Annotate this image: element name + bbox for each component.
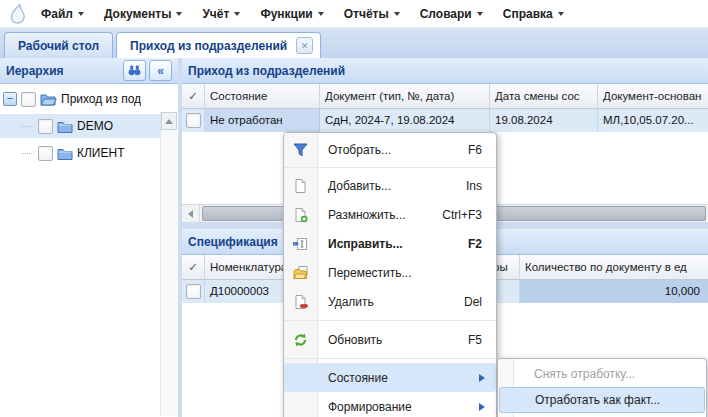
menubar-item-reports[interactable]: Отчёты <box>334 7 410 21</box>
column-header-state[interactable]: Состояние <box>205 84 320 109</box>
delete-page-icon <box>293 294 308 309</box>
column-header-state-change-date[interactable]: Дата смены сос <box>490 84 598 109</box>
hierarchy-tree: − Приход из под DEMO <box>0 84 178 417</box>
close-icon[interactable]: ✕ <box>296 37 313 54</box>
add-page-icon <box>293 178 308 193</box>
column-header-document[interactable]: Документ (тип, №, дата) <box>320 84 490 109</box>
arrow-left-icon <box>184 210 193 218</box>
tab-bar: Рабочий стол Приход из подразделений ✕ <box>0 28 708 59</box>
cell-state[interactable]: Не отработан <box>205 109 320 132</box>
grid1-title: Приход из подразделений <box>188 64 345 78</box>
column-header-check[interactable]: ✓ <box>182 255 205 280</box>
hierarchy-panel-header: Иерархия « <box>0 58 178 84</box>
menubar-item-label: Документы <box>104 7 171 21</box>
menubar-item-file[interactable]: Файл <box>31 7 94 21</box>
filter-icon <box>293 142 308 157</box>
submenu-item-remove-processing: Снять отработку... <box>498 361 706 387</box>
cell-document[interactable]: СдН, 2024-7, 19.08.2024 <box>320 109 490 132</box>
grid1-panel-header: Приход из подразделений <box>182 58 708 84</box>
menu-separator <box>284 358 496 359</box>
column-header-base-document[interactable]: Документ-основан <box>598 84 708 109</box>
app-logo-icon <box>5 3 31 25</box>
state-submenu: Снять отработку... Отработать как факт..… <box>497 358 707 417</box>
find-button[interactable] <box>123 60 146 81</box>
menu-item-delete[interactable]: Удалить Del <box>284 287 496 316</box>
tree-node-label: DEMO <box>77 119 113 133</box>
menu-item-edit[interactable]: Исправить... F2 <box>284 229 496 258</box>
menu-item-duplicate[interactable]: Размножить... Ctrl+F3 <box>284 200 496 229</box>
menubar-item-label: Учёт <box>202 7 229 21</box>
menubar: Файл Документы Учёт Функции Отчёты Слова… <box>0 0 708 28</box>
row-checkbox[interactable] <box>186 284 201 299</box>
tree-node-label: КЛИЕНТ <box>77 146 125 160</box>
grid1-column-headers: ✓ Состояние Документ (тип, №, дата) Дата… <box>182 84 708 109</box>
chevron-down-icon <box>477 12 483 19</box>
submenu-arrow-icon <box>479 374 489 382</box>
move-folder-icon <box>293 265 308 280</box>
column-header-check[interactable]: ✓ <box>182 84 205 109</box>
collapse-panel-button[interactable]: « <box>149 60 172 81</box>
chevron-down-icon <box>78 12 84 19</box>
chevron-down-icon <box>394 12 400 19</box>
menubar-item-label: Функции <box>260 7 312 21</box>
duplicate-page-icon <box>293 207 308 222</box>
application-window: Файл Документы Учёт Функции Отчёты Слова… <box>0 0 708 417</box>
cell-date[interactable]: 19.08.2024 <box>490 109 598 132</box>
menu-item-move[interactable]: Переместить... <box>284 258 496 287</box>
menu-separator <box>284 167 496 168</box>
menu-item-filter[interactable]: Отобрать... F6 <box>284 135 496 164</box>
tree-vertical-scrollbar[interactable] <box>160 112 177 416</box>
tab-label: Рабочий стол <box>18 39 99 53</box>
table-row[interactable]: Не отработан СдН, 2024-7, 19.08.2024 19.… <box>182 109 708 132</box>
scroll-left-button[interactable] <box>182 205 200 222</box>
submenu-arrow-icon <box>479 403 489 411</box>
tree-node-checkbox[interactable] <box>38 119 53 134</box>
tab-label: Приход из подразделений <box>130 39 287 53</box>
menu-item-state[interactable]: Состояние <box>284 363 496 392</box>
cell-quantity[interactable]: 10,000 <box>520 280 708 303</box>
tree-node-checkbox[interactable] <box>38 146 53 161</box>
menubar-item-documents[interactable]: Документы <box>94 7 192 21</box>
menubar-item-label: Словари <box>420 7 472 21</box>
open-folder-icon <box>40 92 57 106</box>
tree-node-demo[interactable]: DEMO <box>0 114 160 138</box>
submenu-item-process-as-fact[interactable]: Отработать как факт... <box>499 387 705 413</box>
row-checkbox[interactable] <box>186 113 201 128</box>
refresh-icon <box>293 332 308 347</box>
menubar-item-dictionaries[interactable]: Словари <box>410 7 493 21</box>
menu-item-formation[interactable]: Формирование <box>284 392 496 417</box>
grid2-title: Спецификация <box>188 235 278 249</box>
chevron-down-icon <box>318 12 324 19</box>
tree-connector <box>21 126 34 127</box>
tree-node-client[interactable]: КЛИЕНТ <box>0 141 160 165</box>
menu-separator <box>284 320 496 321</box>
chevron-down-icon <box>234 12 240 19</box>
menubar-item-help[interactable]: Справка <box>493 7 574 21</box>
cell-base-document[interactable]: МЛ,10,05.07.20... <box>598 109 708 132</box>
row-check-cell <box>182 280 205 303</box>
menubar-item-label: Отчёты <box>344 7 389 21</box>
menu-item-add[interactable]: Добавить... Ins <box>284 171 496 200</box>
arrow-up-icon <box>165 115 173 124</box>
column-header-quantity[interactable]: Количество по документу в ед <box>520 255 708 280</box>
chevron-down-icon <box>558 12 564 19</box>
context-menu: Отобрать... F6 Добавить... Ins Размножит… <box>283 132 497 417</box>
hierarchy-panel: Иерархия « − Приход из под <box>0 58 178 417</box>
tree-connector <box>21 153 34 154</box>
tab-desktop[interactable]: Рабочий стол <box>4 32 113 58</box>
tab-income-from-divisions[interactable]: Приход из подразделений ✕ <box>116 32 321 58</box>
folder-icon <box>57 120 73 133</box>
collapse-node-icon[interactable]: − <box>3 92 17 106</box>
tree-node-label: Приход из под <box>61 92 141 106</box>
scroll-up-button[interactable] <box>161 112 177 130</box>
chevron-down-icon <box>176 12 182 19</box>
tree-node-root[interactable]: − Приход из под <box>0 87 160 111</box>
menubar-item-label: Файл <box>41 7 73 21</box>
hierarchy-title: Иерархия <box>6 64 120 78</box>
tree-node-checkbox[interactable] <box>21 92 36 107</box>
menubar-item-accounting[interactable]: Учёт <box>192 7 250 21</box>
menubar-item-functions[interactable]: Функции <box>250 7 333 21</box>
menu-item-refresh[interactable]: Обновить F5 <box>284 325 496 354</box>
row-check-cell <box>182 109 205 132</box>
binoculars-icon <box>128 65 141 76</box>
